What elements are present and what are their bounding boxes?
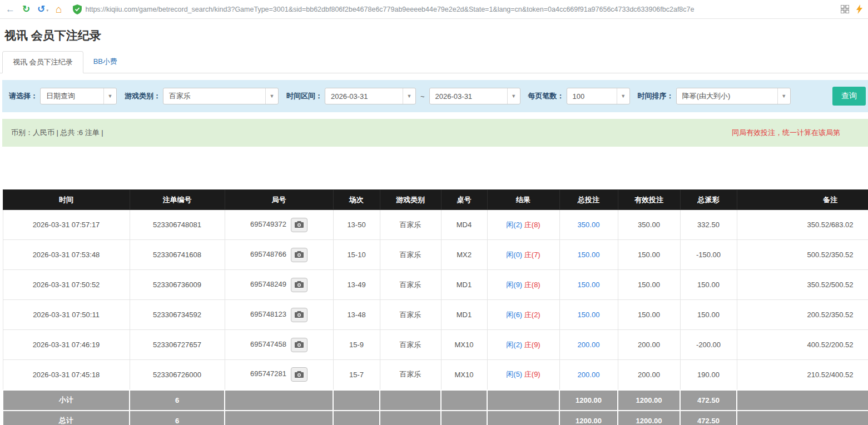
total-row: 总计 6 1200.00 1200.00 472.50 — [3, 411, 868, 425]
cell-game-type: 百家乐 — [380, 270, 441, 300]
result-banker: 庄(9) — [524, 341, 540, 349]
round-replay-button[interactable] — [291, 278, 307, 292]
cell-result: 闲(2) 庄(9) — [487, 330, 559, 360]
table-header-row: 时间 注单编号 局号 场次 游戏类别 桌号 结果 总投注 有效投注 总派彩 备注 — [3, 190, 868, 210]
cell-valid-bet: 200.00 — [618, 360, 680, 390]
round-replay-button[interactable] — [291, 308, 307, 322]
undo-dropdown-caret-icon[interactable]: ▾ — [47, 8, 49, 14]
tab-bar: 视讯 会员下注纪录 BB小费 — [0, 51, 868, 73]
range-separator: ~ — [420, 92, 425, 101]
query-button[interactable]: 查询 — [832, 87, 866, 106]
cell-bet-id: 523306748081 — [130, 210, 225, 240]
cell-game-type: 百家乐 — [380, 240, 441, 270]
cell-round-id: 695749372 — [225, 210, 333, 240]
round-id-text: 695747281 — [250, 370, 286, 378]
subtotal-count: 6 — [130, 390, 225, 411]
tab-bet-records[interactable]: 视讯 会员下注纪录 — [2, 51, 83, 73]
apps-grid-icon[interactable] — [841, 5, 849, 13]
cell-valid-bet: 150.00 — [618, 300, 680, 330]
cell-valid-bet: 200.00 — [618, 330, 680, 360]
round-replay-button[interactable] — [291, 367, 307, 382]
select-type-label: 请选择： — [9, 91, 38, 101]
cell-result: 闲(9) 庄(8) — [487, 270, 559, 300]
bet-records-table: 时间 注单编号 局号 场次 游戏类别 桌号 结果 总投注 有效投注 总派彩 备注… — [2, 189, 868, 425]
col-header-bet-id: 注单编号 — [130, 190, 225, 210]
chevron-down-icon[interactable]: ▼ — [103, 88, 116, 104]
chevron-down-icon[interactable]: ▼ — [265, 88, 278, 104]
total-bet-link[interactable]: 200.00 — [578, 371, 600, 379]
browser-right-icons — [841, 4, 862, 14]
time-sort-select[interactable]: 降幂(由大到小) ▼ — [676, 88, 791, 104]
cell-result: 闲(6) 庄(2) — [487, 300, 559, 330]
cell-round-id: 695748123 — [225, 300, 333, 330]
col-header-total-bet: 总投注 — [559, 190, 618, 210]
undo-icon[interactable]: ↺ — [37, 4, 45, 14]
records-body: 2026-03-31 07:57:17 523306748081 6957493… — [3, 210, 868, 390]
chevron-down-icon[interactable]: ▼ — [403, 88, 415, 104]
total-payout: 472.50 — [680, 411, 737, 425]
total-bet-link[interactable]: 350.00 — [578, 221, 600, 229]
cell-payout: 150.00 — [680, 270, 737, 300]
query-type-value: 日期查询 — [41, 88, 103, 104]
cell-session: 13-48 — [333, 300, 380, 330]
refresh-icon[interactable]: ↻ — [22, 4, 30, 14]
result-banker: 庄(2) — [524, 311, 540, 319]
undo-control[interactable]: ↺ ▾ — [37, 4, 48, 14]
camera-icon — [295, 251, 304, 258]
page-size-select[interactable]: 100 ▼ — [567, 88, 630, 104]
cell-result: 闲(0) 庄(7) — [487, 240, 559, 270]
cell-payout: 150.00 — [680, 300, 737, 330]
page-content: 视讯 会员下注纪录 视讯 会员下注纪录 BB小费 请选择： 日期查询 ▼ 游戏类… — [0, 28, 868, 425]
cell-valid-bet: 150.00 — [618, 240, 680, 270]
address-bar[interactable]: https://kiqiiu.com/game/betrecord_search… — [73, 4, 834, 14]
filter-bar: 请选择： 日期查询 ▼ 游戏类别： 百家乐 ▼ 时间区间： 2026-03-31… — [2, 80, 868, 112]
cell-total-bet: 350.00 — [559, 210, 618, 240]
round-replay-button[interactable] — [291, 338, 307, 352]
security-shield-icon[interactable] — [73, 4, 82, 14]
total-bet-link[interactable]: 150.00 — [578, 311, 600, 319]
total-bet-link[interactable]: 150.00 — [578, 251, 600, 259]
tab-bb-tips[interactable]: BB小费 — [83, 51, 127, 73]
col-header-valid-bet: 有效投注 — [618, 190, 680, 210]
chevron-down-icon[interactable]: ▼ — [777, 88, 790, 104]
col-header-result: 结果 — [487, 190, 559, 210]
total-bet-link[interactable]: 200.00 — [578, 341, 600, 349]
round-id-text: 695748766 — [250, 250, 286, 258]
footer-empty-cell — [380, 390, 441, 411]
cell-bet-id: 523306727657 — [130, 330, 225, 360]
cell-total-bet: 150.00 — [559, 300, 618, 330]
round-id-text: 695747458 — [250, 340, 286, 348]
cell-total-bet: 150.00 — [559, 270, 618, 300]
chevron-down-icon[interactable]: ▼ — [507, 88, 520, 104]
cell-total-bet: 150.00 — [559, 240, 618, 270]
cell-game-type: 百家乐 — [380, 210, 441, 240]
cell-table-no: MD4 — [441, 210, 487, 240]
total-bet-link[interactable]: 150.00 — [578, 281, 600, 289]
cell-session: 13-50 — [333, 210, 380, 240]
url-text[interactable]: https://kiqiiu.com/game/betrecord_search… — [86, 6, 834, 13]
query-type-select[interactable]: 日期查询 ▼ — [40, 88, 117, 104]
home-icon[interactable]: ⌂ — [56, 4, 62, 14]
cell-time: 2026-03-31 07:45:18 — [3, 360, 130, 390]
result-player: 闲(5) — [506, 370, 522, 378]
round-replay-button[interactable] — [291, 248, 307, 262]
chevron-down-icon[interactable]: ▼ — [617, 88, 629, 104]
cell-bet-id: 523306726000 — [130, 360, 225, 390]
round-replay-button[interactable] — [291, 218, 307, 232]
cell-round-id: 695747281 — [225, 360, 333, 390]
cell-session: 15-7 — [333, 360, 380, 390]
lightning-speed-icon[interactable] — [856, 4, 862, 14]
footer-empty-cell — [225, 411, 333, 425]
date-to-select[interactable]: 2026-03-31 ▼ — [429, 88, 520, 104]
footer-empty-cell — [333, 411, 380, 425]
total-valid-bet: 1200.00 — [618, 411, 680, 425]
cell-remark: 350.52/500.52 — [737, 270, 868, 300]
page-size-label: 每页笔数： — [528, 91, 564, 101]
game-type-label: 游戏类别： — [125, 91, 161, 101]
cell-total-bet: 200.00 — [559, 360, 618, 390]
game-type-select[interactable]: 百家乐 ▼ — [163, 88, 279, 104]
back-icon[interactable]: ← — [6, 4, 15, 14]
date-from-select[interactable]: 2026-03-31 ▼ — [325, 88, 416, 104]
round-id-text: 695748249 — [250, 280, 286, 288]
result-player: 闲(9) — [506, 281, 522, 289]
